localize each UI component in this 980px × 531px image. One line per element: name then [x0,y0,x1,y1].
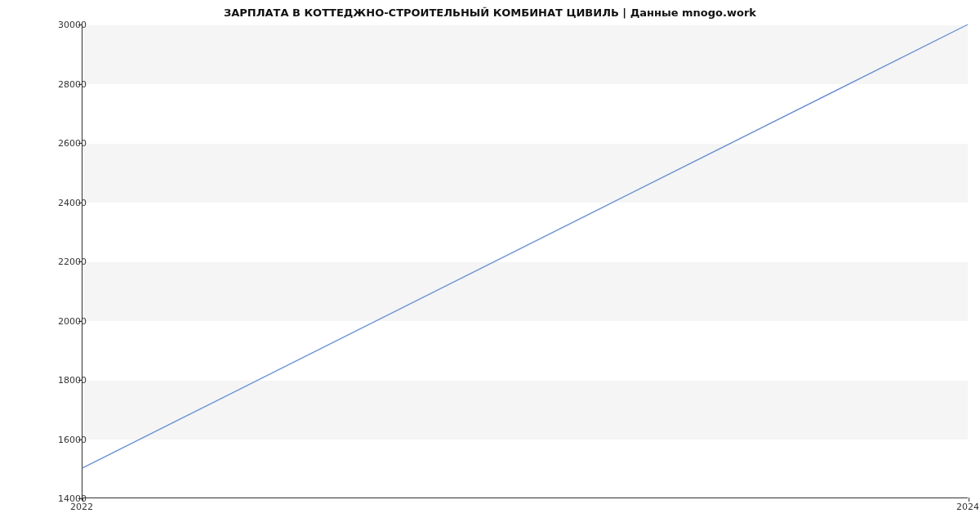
plot-area [82,25,968,498]
y-tick-label: 26000 [38,138,87,149]
x-tick-label: 2022 [70,502,93,512]
chart-container: ЗАРПЛАТА В КОТТЕДЖНО-СТРОИТЕЛЬНЫЙ КОМБИН… [0,0,980,531]
y-tick-label: 30000 [38,20,87,30]
y-tick-label: 28000 [38,78,87,89]
y-tick-label: 22000 [38,257,87,267]
data-line [82,25,968,498]
y-tick-label: 18000 [38,375,87,386]
y-tick-label: 20000 [38,315,87,326]
y-tick-label: 16000 [38,434,87,444]
chart-title: ЗАРПЛАТА В КОТТЕДЖНО-СТРОИТЕЛЬНЫЙ КОМБИН… [0,7,980,19]
gridline [82,498,968,499]
series-line [82,25,968,468]
y-tick-label: 24000 [38,197,87,207]
x-tick-label: 2024 [956,502,979,512]
